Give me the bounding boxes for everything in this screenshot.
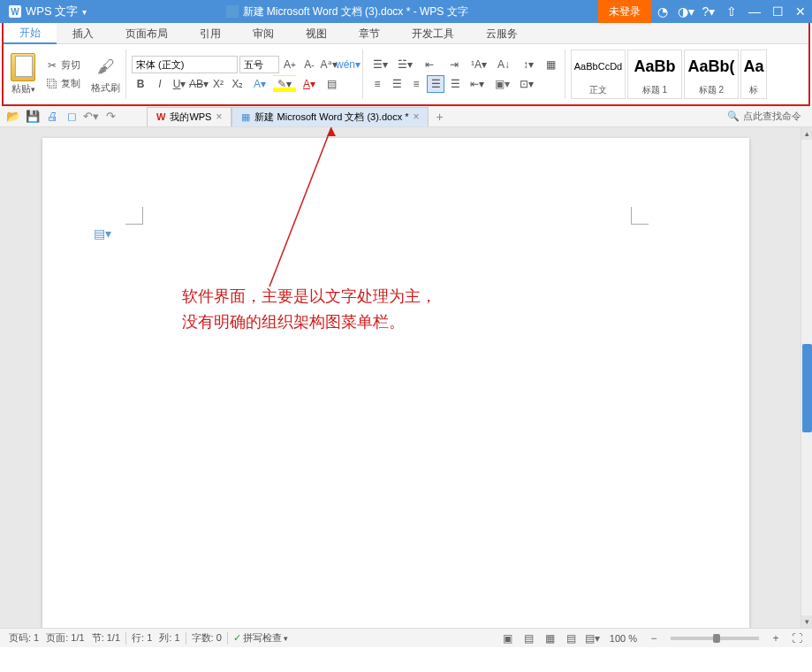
new-tab-button[interactable]: + — [429, 110, 450, 124]
separator — [362, 50, 363, 99]
line-spacing-button[interactable]: ↕▾ — [517, 56, 540, 73]
sync-icon[interactable]: ◔ — [651, 0, 674, 23]
scroll-down-icon[interactable]: ▾ — [801, 615, 812, 628]
print-preview-icon[interactable]: ◻ — [62, 108, 81, 126]
open-folder-icon[interactable]: 📂 — [4, 108, 23, 126]
paste-label[interactable]: 粘贴▾ — [11, 82, 35, 95]
view-reading-icon[interactable]: ▤▾ — [583, 630, 603, 646]
borders-button[interactable]: ▦ — [542, 56, 559, 73]
text-effect-button[interactable]: A▾ — [248, 75, 271, 93]
scrollbar-thumb[interactable] — [802, 344, 812, 432]
decrease-indent-button[interactable]: ⇤ — [418, 56, 441, 73]
menutab-layout[interactable]: 页面布局 — [110, 23, 184, 44]
undo-icon[interactable]: ↶▾ — [81, 108, 101, 126]
fit-icon[interactable]: ⛶ — [787, 630, 807, 646]
redo-icon[interactable]: ↷ — [101, 108, 120, 126]
close-icon[interactable]: ✕ — [789, 0, 812, 23]
view-web-icon[interactable]: ▤ — [562, 630, 581, 646]
menutab-insert[interactable]: 插入 — [57, 23, 110, 44]
style-partial[interactable]: Aa 标 — [740, 50, 767, 99]
font-color-button[interactable]: A▾ — [298, 75, 321, 93]
menutab-dev[interactable]: 开发工具 — [396, 23, 470, 44]
subscript-button[interactable]: X₂ — [229, 75, 247, 93]
brush-icon[interactable]: 🖌 — [96, 55, 116, 80]
style-heading2[interactable]: AaBb( 标题 2 — [684, 50, 739, 99]
shading-button[interactable]: ▣▾ — [490, 75, 513, 93]
menutab-review[interactable]: 审阅 — [237, 23, 290, 44]
zoom-thumb[interactable] — [713, 634, 720, 643]
increase-indent-button[interactable]: ⇥ — [443, 56, 466, 73]
app-brand: W WPS 文字 ▾ — [0, 4, 95, 19]
align-right-button[interactable]: ≡ — [407, 75, 425, 93]
zoom-in-icon[interactable]: + — [766, 630, 785, 646]
bold-button[interactable]: B — [132, 75, 149, 93]
save-icon[interactable]: 💾 — [23, 108, 42, 126]
status-col[interactable]: 列: 1 — [156, 631, 183, 645]
scroll-up-icon[interactable]: ▴ — [801, 127, 812, 140]
header-hint-icon[interactable]: ▤▾ — [94, 226, 111, 241]
align-left-button[interactable]: ≡ — [368, 75, 386, 93]
paste-icon[interactable] — [11, 53, 35, 81]
app-dropdown-icon[interactable]: ▾ — [82, 7, 87, 17]
change-case-button[interactable]: Aᵃ▾ — [320, 56, 338, 73]
distribute-button[interactable]: ☰ — [446, 75, 464, 93]
zoom-value[interactable]: 100 % — [604, 633, 642, 644]
phonetic-button[interactable]: wén▾ — [339, 56, 357, 73]
format-painter-label[interactable]: 格式刷 — [91, 81, 120, 95]
status-chars[interactable]: 字数: 0 — [188, 631, 225, 645]
tab-close-icon[interactable]: × — [216, 111, 222, 123]
bullets-button[interactable]: ☰▾ — [368, 56, 391, 73]
status-section[interactable]: 节: 1/1 — [88, 631, 124, 645]
login-button[interactable]: 未登录 — [598, 0, 651, 23]
indent-left-button[interactable]: ⇤▾ — [466, 75, 489, 93]
print-icon[interactable]: 🖨 — [42, 108, 62, 126]
superscript-button[interactable]: X² — [209, 75, 227, 93]
minimize-icon[interactable]: — — [743, 0, 766, 23]
increase-font-button[interactable]: A+ — [281, 56, 299, 73]
cut-button[interactable]: ✂ 剪切 — [42, 57, 84, 73]
text-direction-button[interactable]: ¹A▾ — [467, 56, 490, 73]
menutab-view[interactable]: 视图 — [290, 23, 343, 44]
underline-button[interactable]: U▾ — [171, 75, 188, 93]
vertical-scrollbar[interactable]: ▴ ▾ — [801, 127, 812, 628]
view-outline-icon[interactable]: ▦ — [541, 630, 560, 646]
zoom-out-icon[interactable]: − — [644, 630, 664, 646]
style-normal[interactable]: AaBbCcDd 正文 — [571, 50, 626, 99]
numbering-button[interactable]: ☱▾ — [393, 56, 416, 73]
strikethrough-button[interactable]: AB▾ — [190, 75, 208, 93]
italic-button[interactable]: I — [151, 75, 169, 93]
help-icon[interactable]: ?▾ — [697, 0, 720, 23]
share-icon[interactable]: ⇧ — [720, 0, 743, 23]
document-area: ▤▾ 软件界面，主要是以文字处理为主， 没有明确的组织架构图菜单栏。 ▴ ▾ — [0, 127, 812, 628]
status-line[interactable]: 行: 1 — [128, 631, 156, 645]
align-center-button[interactable]: ☰ — [388, 75, 406, 93]
style-heading1[interactable]: AaBb 标题 1 — [627, 50, 682, 99]
tab-mywps[interactable]: W 我的WPS × — [147, 107, 231, 126]
status-page-of[interactable]: 页面: 1/1 — [42, 631, 87, 645]
border-dropdown-button[interactable]: ⊡▾ — [515, 75, 538, 93]
view-print-icon[interactable]: ▤ — [520, 630, 539, 646]
skin-icon[interactable]: ◑▾ — [674, 0, 697, 23]
menutab-references[interactable]: 引用 — [184, 23, 237, 44]
search-command[interactable]: 🔍 点此查找命令 — [720, 110, 808, 123]
zoom-slider[interactable] — [671, 637, 759, 640]
decrease-font-button[interactable]: A- — [300, 56, 318, 73]
font-size-select[interactable] — [239, 56, 279, 73]
justify-button[interactable]: ☰ — [427, 75, 444, 93]
check-icon: ✓ — [233, 632, 241, 644]
menutab-section[interactable]: 章节 — [343, 23, 396, 44]
font-name-select[interactable] — [132, 56, 238, 73]
page[interactable]: ▤▾ 软件界面，主要是以文字处理为主， 没有明确的组织架构图菜单栏。 — [42, 138, 749, 628]
maximize-icon[interactable]: ☐ — [766, 0, 789, 23]
sort-button[interactable]: A↓ — [492, 56, 515, 73]
menutab-cloud[interactable]: 云服务 — [470, 23, 534, 44]
copy-button[interactable]: ⿻ 复制 — [42, 75, 84, 92]
tab-document[interactable]: ▦ 新建 Microsoft Word 文档 (3).docx * × — [231, 107, 429, 126]
menutab-start[interactable]: 开始 — [4, 23, 57, 44]
view-fullscreen-icon[interactable]: ▣ — [498, 630, 518, 646]
highlight-button[interactable]: ✎▾ — [273, 75, 296, 93]
char-shading-button[interactable]: ▤ — [323, 75, 340, 93]
status-spell[interactable]: ✓ 拼写检查▾ — [230, 631, 292, 645]
status-page-num[interactable]: 页码: 1 — [5, 631, 42, 645]
tab-close-icon[interactable]: × — [413, 111, 419, 123]
